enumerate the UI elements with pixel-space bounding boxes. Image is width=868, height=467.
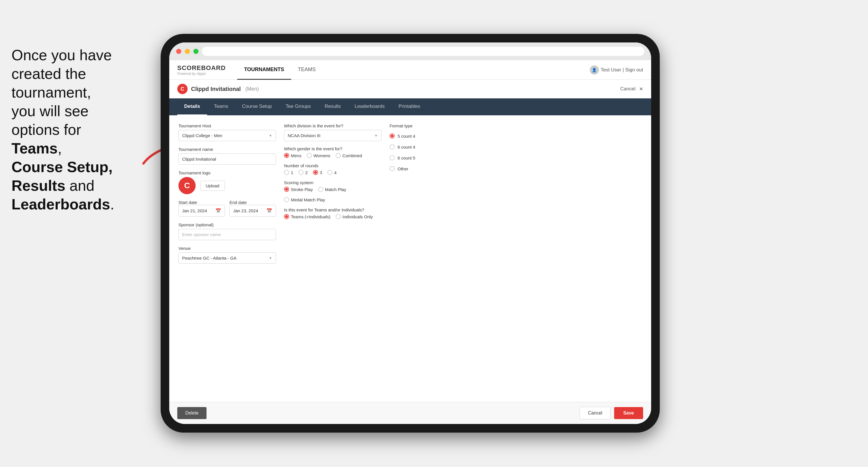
scoring-field: Scoring system Stroke Play Match Play <box>284 180 381 202</box>
start-date-label: Start date <box>179 200 225 205</box>
gender-field: Which gender is the event for? Mens Wome… <box>284 146 381 158</box>
browser-url <box>202 47 644 56</box>
calendar-icon-start: 📅 <box>215 208 221 213</box>
gender-label: Which gender is the event for? <box>284 146 381 151</box>
gender-radio-combined[interactable]: Combined <box>336 153 362 158</box>
scoring-medal-label: Medal Match Play <box>291 197 325 202</box>
radio-circle-womens <box>307 153 312 158</box>
venue-dropdown-icon: ▼ <box>269 256 272 260</box>
scoring-label: Scoring system <box>284 180 381 185</box>
nav-teams[interactable]: TEAMS <box>291 60 323 80</box>
nav-tournaments[interactable]: TOURNAMENTS <box>237 60 291 80</box>
main-nav: TOURNAMENTS TEAMS <box>237 60 590 80</box>
gender-womens-label: Womens <box>313 153 331 158</box>
tab-tee-groups[interactable]: Tee Groups <box>279 98 318 115</box>
breadcrumb-bar: C Clippd Invitational (Men) Cancel ✕ <box>169 80 651 98</box>
rounds-radio-2[interactable]: 2 <box>298 170 308 175</box>
rounds-radio-1[interactable]: 1 <box>284 170 293 175</box>
user-avatar: 👤 <box>590 65 599 74</box>
gender-combined-label: Combined <box>342 153 362 158</box>
app-content: SCOREBOARD Powered by clippd TOURNAMENTS… <box>169 60 651 424</box>
rounds-label: Number of rounds <box>284 163 381 168</box>
scoring-radio-stroke[interactable]: Stroke Play <box>284 187 313 192</box>
rounds-radio-group: 1 2 3 4 <box>284 170 381 175</box>
radio-circle-combined <box>336 153 341 158</box>
calendar-icon-end: 📅 <box>267 208 272 213</box>
format-option-other[interactable]: Other <box>390 166 464 171</box>
gender-radio-mens[interactable]: Mens <box>284 153 302 158</box>
date-row: Start date Jan 21, 2024 📅 End date Jan 2… <box>179 200 276 217</box>
scoring-radio-match[interactable]: Match Play <box>318 187 346 192</box>
format-other-label: Other <box>398 166 408 171</box>
rounds-1-label: 1 <box>291 170 293 175</box>
cancel-button-top[interactable]: Cancel ✕ <box>620 86 643 92</box>
rounds-2-label: 2 <box>305 170 308 175</box>
nav-user: 👤 Test User | Sign out <box>590 65 643 74</box>
tablet-screen: SCOREBOARD Powered by clippd TOURNAMENTS… <box>169 42 651 424</box>
venue-field: Venue Peachtree GC - Atlanta - GA ▼ <box>179 246 276 263</box>
format-option-6count4[interactable]: 6 count 4 <box>390 144 464 150</box>
format-type-label: Format type <box>390 123 464 128</box>
delete-button[interactable]: Delete <box>177 407 207 419</box>
tournament-host-label: Tournament Host <box>179 123 276 128</box>
scoring-radio-medal[interactable]: Medal Match Play <box>284 197 325 202</box>
sponsor-input[interactable]: Enter sponsor name <box>179 229 276 240</box>
format-option-6count5[interactable]: 6 count 5 <box>390 155 464 160</box>
division-input[interactable]: NCAA Division III ▼ <box>284 130 381 141</box>
browser-dot-red <box>176 49 181 54</box>
tournament-logo-field: Tournament logo C Upload <box>179 170 276 194</box>
logo-title: SCOREBOARD <box>177 64 226 72</box>
tab-results[interactable]: Results <box>318 98 348 115</box>
tab-details[interactable]: Details <box>177 98 207 115</box>
tournament-sub-breadcrumb: (Men) <box>245 86 259 92</box>
venue-input[interactable]: Peachtree GC - Atlanta - GA ▼ <box>179 252 276 263</box>
division-field: Which division is the event for? NCAA Di… <box>284 123 381 141</box>
tab-teams[interactable]: Teams <box>207 98 235 115</box>
rounds-field: Number of rounds 1 2 <box>284 163 381 175</box>
gender-radio-womens[interactable]: Womens <box>307 153 331 158</box>
format-6count5-label: 6 count 5 <box>398 155 415 160</box>
start-date-input[interactable]: Jan 21, 2024 📅 <box>179 205 225 217</box>
teams-radio-group: Teams (+Individuals) Individuals Only <box>284 214 381 219</box>
form-right-column: Format type 5 count 4 6 count 4 6 count … <box>390 123 464 394</box>
tablet-frame: SCOREBOARD Powered by clippd TOURNAMENTS… <box>161 34 660 433</box>
rounds-radio-3[interactable]: 3 <box>313 170 322 175</box>
save-button[interactable]: Save <box>614 407 643 419</box>
teams-radio-teams[interactable]: Teams (+Individuals) <box>284 214 331 219</box>
tournament-host-dropdown-icon: ▼ <box>269 134 272 138</box>
upload-button[interactable]: Upload <box>200 181 225 191</box>
teams-radio-individuals[interactable]: Individuals Only <box>336 214 373 219</box>
footer-bar: Delete Cancel Save <box>169 402 651 424</box>
rounds-radio-4[interactable]: 4 <box>327 170 337 175</box>
end-date-field: End date Jan 23, 2024 📅 <box>229 200 276 217</box>
tab-printables[interactable]: Printables <box>392 98 427 115</box>
tournament-name-field: Tournament name Clippd Invitational <box>179 147 276 165</box>
tabs-bar: Details Teams Course Setup Tee Groups Re… <box>169 98 651 115</box>
radio-circle-6count5 <box>390 155 395 160</box>
scoring-match-label: Match Play <box>325 187 346 192</box>
tournament-name-label: Tournament name <box>179 147 276 152</box>
tab-course-setup[interactable]: Course Setup <box>235 98 279 115</box>
end-date-input[interactable]: Jan 23, 2024 📅 <box>229 205 276 217</box>
tournament-host-input[interactable]: Clippd College - Men ▼ <box>179 130 276 141</box>
sponsor-label: Sponsor (optional) <box>179 222 276 227</box>
division-label: Which division is the event for? <box>284 123 381 128</box>
cancel-button-footer[interactable]: Cancel <box>580 407 611 419</box>
tournament-name-input[interactable]: Clippd Invitational <box>179 153 276 165</box>
logo-upload-area: C Upload <box>179 177 276 194</box>
tournament-host-field: Tournament Host Clippd College - Men ▼ <box>179 123 276 141</box>
instruction-text: Once you have created the tournament, yo… <box>0 46 152 214</box>
form-middle-column: Which division is the event for? NCAA Di… <box>284 123 381 394</box>
gender-radio-group: Mens Womens Combined <box>284 153 381 158</box>
user-text[interactable]: Test User | Sign out <box>601 67 643 73</box>
radio-circle-other <box>390 166 395 171</box>
radio-circle-2 <box>298 170 304 175</box>
format-option-5count4[interactable]: 5 count 4 <box>390 133 464 138</box>
teams-individuals-field: Is this event for Teams and/or Individua… <box>284 208 381 219</box>
tab-leaderboards[interactable]: Leaderboards <box>348 98 392 115</box>
individuals-only-label: Individuals Only <box>342 214 373 219</box>
rounds-4-label: 4 <box>334 170 337 175</box>
radio-circle-4 <box>327 170 333 175</box>
radio-circle-6count4 <box>390 144 395 150</box>
browser-dot-green <box>193 49 198 54</box>
